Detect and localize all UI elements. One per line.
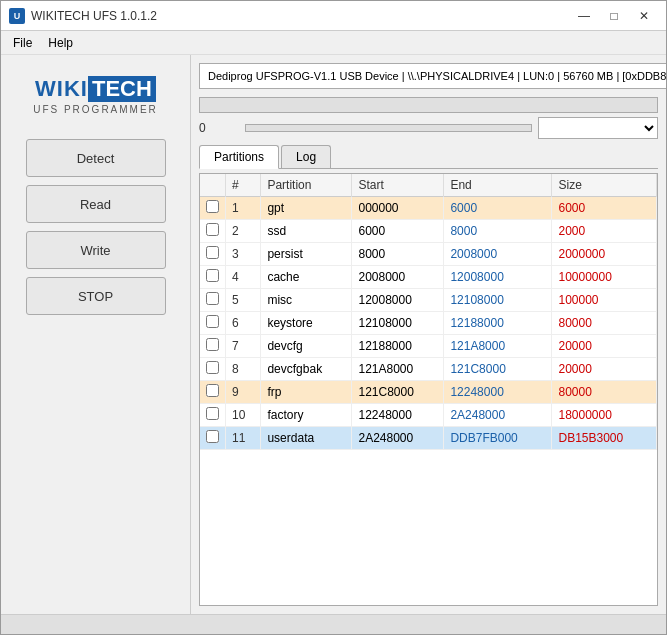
row-checkbox-cell [200,404,226,427]
row-end: 2008000 [444,243,552,266]
row-checkbox-cell [200,358,226,381]
row-size: 6000 [552,197,657,220]
progress-bar-container [199,97,658,113]
row-num: 5 [226,289,261,312]
col-checkbox [200,174,226,197]
row-partition: factory [261,404,352,427]
col-end: End [444,174,552,197]
row-num: 1 [226,197,261,220]
minimize-button[interactable]: — [570,5,598,27]
tabs: Partitions Log [199,145,658,169]
row-checkbox[interactable] [206,292,219,305]
row-checkbox[interactable] [206,407,219,420]
col-num: # [226,174,261,197]
detect-button[interactable]: Detect [26,139,166,177]
row-checkbox[interactable] [206,200,219,213]
row-partition: keystore [261,312,352,335]
col-size: Size [552,174,657,197]
table-row: 11 userdata 2A248000 DDB7FB000 DB15B3000 [200,427,657,450]
row-checkbox[interactable] [206,384,219,397]
menu-file[interactable]: File [5,34,40,52]
row-checkbox-cell [200,335,226,358]
window-controls: — □ ✕ [570,5,658,27]
speed-select[interactable] [538,117,658,139]
logo-row: WIKI TECH [35,76,156,102]
row-checkbox-cell [200,266,226,289]
device-row: Dediprog UFSPROG-V1.1 USB Device | \\.\P… [199,63,658,89]
row-end: 6000 [444,197,552,220]
logo-tech: TECH [88,76,156,102]
progress-row: 0 [199,117,658,139]
maximize-button[interactable]: □ [600,5,628,27]
row-checkbox-cell [200,427,226,450]
row-checkbox[interactable] [206,246,219,259]
menu-help[interactable]: Help [40,34,81,52]
row-end: 12008000 [444,266,552,289]
table-body: 1 gpt 000000 6000 6000 2 ssd 6000 8000 2… [200,197,657,450]
row-checkbox[interactable] [206,315,219,328]
row-size: 20000 [552,335,657,358]
row-num: 2 [226,220,261,243]
table-row: 3 persist 8000 2008000 2000000 [200,243,657,266]
row-num: 10 [226,404,261,427]
row-num: 9 [226,381,261,404]
row-partition: devcfg [261,335,352,358]
row-num: 8 [226,358,261,381]
table-row: 7 devcfg 12188000 121A8000 20000 [200,335,657,358]
row-start: 2A248000 [352,427,444,450]
row-size: 18000000 [552,404,657,427]
logo-wiki: WIKI [35,76,88,102]
table-row: 4 cache 2008000 12008000 10000000 [200,266,657,289]
progress-track [245,124,532,132]
row-size: 2000 [552,220,657,243]
row-end: 8000 [444,220,552,243]
main-window: U WIKITECH UFS 1.0.1.2 — □ ✕ File Help W… [0,0,667,635]
table-row: 6 keystore 12108000 12188000 80000 [200,312,657,335]
progress-area: 0 [199,97,658,139]
row-checkbox[interactable] [206,361,219,374]
stop-button[interactable]: STOP [26,277,166,315]
row-start: 000000 [352,197,444,220]
device-select[interactable]: Dediprog UFSPROG-V1.1 USB Device | \\.\P… [199,63,666,89]
bottom-bar [1,614,666,634]
row-size: 80000 [552,381,657,404]
table-row: 5 misc 12008000 12108000 100000 [200,289,657,312]
row-end: 12188000 [444,312,552,335]
row-partition: cache [261,266,352,289]
row-checkbox[interactable] [206,430,219,443]
row-start: 121A8000 [352,358,444,381]
row-num: 3 [226,243,261,266]
row-end: DDB7FB000 [444,427,552,450]
menu-bar: File Help [1,31,666,55]
window-title: WIKITECH UFS 1.0.1.2 [31,9,570,23]
tab-log[interactable]: Log [281,145,331,168]
row-size: 2000000 [552,243,657,266]
row-partition: frp [261,381,352,404]
progress-value: 0 [199,121,239,135]
row-start: 2008000 [352,266,444,289]
table-row: 2 ssd 6000 8000 2000 [200,220,657,243]
row-checkbox[interactable] [206,269,219,282]
logo-sub: UFS PROGRAMMER [33,104,158,115]
left-panel: WIKI TECH UFS PROGRAMMER Detect Read Wri… [1,55,191,614]
row-start: 121C8000 [352,381,444,404]
row-checkbox-cell [200,243,226,266]
close-button[interactable]: ✕ [630,5,658,27]
partitions-table-container: # Partition Start End Size 1 gpt 000000 … [199,173,658,606]
row-num: 11 [226,427,261,450]
col-partition: Partition [261,174,352,197]
row-checkbox[interactable] [206,338,219,351]
tab-partitions[interactable]: Partitions [199,145,279,169]
row-partition: persist [261,243,352,266]
row-checkbox-cell [200,197,226,220]
read-button[interactable]: Read [26,185,166,223]
row-checkbox[interactable] [206,223,219,236]
row-end: 12108000 [444,289,552,312]
table-row: 1 gpt 000000 6000 6000 [200,197,657,220]
row-start: 6000 [352,220,444,243]
row-num: 4 [226,266,261,289]
write-button[interactable]: Write [26,231,166,269]
row-num: 6 [226,312,261,335]
row-end: 121C8000 [444,358,552,381]
table-row: 8 devcfgbak 121A8000 121C8000 20000 [200,358,657,381]
